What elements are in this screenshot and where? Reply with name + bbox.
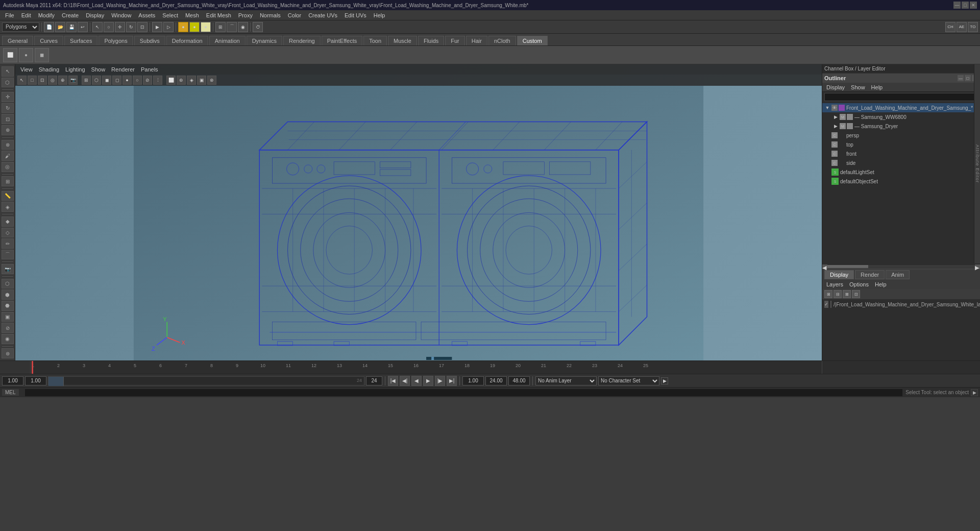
rb-tab-display[interactable]: Display xyxy=(824,270,854,279)
anim-layer-select[interactable]: No Anim Layer xyxy=(535,376,597,385)
icon-lt4[interactable]: ▣ xyxy=(2,312,14,322)
menu-proxy[interactable]: Proxy xyxy=(235,11,256,19)
menu-create-uvs[interactable]: Create UVs xyxy=(305,11,340,19)
pb-next-frame[interactable]: |▶ xyxy=(435,376,445,386)
sculpt-lt[interactable]: 🖌 xyxy=(2,151,14,161)
render-btn[interactable]: ▶ xyxy=(152,22,162,32)
layer-check-1[interactable]: ✓ xyxy=(824,301,828,308)
close-btn[interactable]: ✕ xyxy=(970,2,977,9)
vp-btn-14[interactable]: ⬜ xyxy=(166,76,176,85)
ol-expand-front[interactable] xyxy=(824,151,830,157)
ol-menu-display[interactable]: Display xyxy=(824,84,847,90)
vp-btn-3[interactable]: ⊡ xyxy=(38,76,47,85)
snap-point-btn[interactable]: ◉ xyxy=(238,22,248,32)
menu-edit[interactable]: Edit xyxy=(18,11,34,19)
select-tool-btn[interactable]: ↖ xyxy=(92,22,103,32)
ol-scrollbar-thumb[interactable] xyxy=(827,265,868,268)
pb-skip-start[interactable]: |◀ xyxy=(388,376,398,386)
scale-tool-btn[interactable]: ⊡ xyxy=(137,22,148,32)
icon-lt6[interactable]: ◉ xyxy=(2,334,14,344)
lasso-tool-btn[interactable]: ○ xyxy=(104,22,114,32)
ol-item-1[interactable]: ▶ M — Samsung_WW6800 xyxy=(822,112,980,122)
vp-menu-view[interactable]: View xyxy=(18,66,35,73)
minimize-btn[interactable]: — xyxy=(953,2,961,9)
move-tool-btn[interactable]: ✛ xyxy=(115,22,125,32)
char-set-select[interactable]: No Character Set xyxy=(598,376,659,385)
shelf-tab-general[interactable]: General xyxy=(2,36,33,45)
ol-vis-2[interactable]: M xyxy=(840,123,846,129)
menu-normals[interactable]: Normals xyxy=(257,11,284,19)
vp-btn-4[interactable]: ◎ xyxy=(48,76,57,85)
vp-btn-13[interactable]: ⋮ xyxy=(153,76,162,85)
ol-item-side[interactable]: C side xyxy=(822,158,980,167)
ol-expand-2[interactable]: ▶ xyxy=(832,123,839,129)
status-expand-btn[interactable]: ▶ xyxy=(971,389,978,396)
menu-window[interactable]: Window xyxy=(108,11,134,19)
shelf-tab-animation[interactable]: Animation xyxy=(209,36,246,45)
menu-file[interactable]: File xyxy=(2,11,17,19)
ol-expand-1[interactable]: ▶ xyxy=(832,114,839,120)
shelf-tab-surfaces[interactable]: Surfaces xyxy=(64,36,97,45)
vp-btn-12[interactable]: ⊘ xyxy=(143,76,152,85)
show-manip-lt[interactable]: ◎ xyxy=(2,162,14,172)
rbt-btn3[interactable]: ⊠ xyxy=(843,290,851,298)
ipr-btn[interactable]: ▷ xyxy=(163,22,174,32)
shelf-tab-hair[interactable]: Hair xyxy=(466,36,487,45)
rbt-btn1[interactable]: ⊞ xyxy=(824,290,832,298)
anim-ext-end-input[interactable] xyxy=(508,376,530,385)
shelf-tab-deformation[interactable]: Deformation xyxy=(166,36,208,45)
measure-lt[interactable]: 📏 xyxy=(2,191,14,201)
menu-display[interactable]: Display xyxy=(83,11,107,19)
rotate-tool-btn[interactable]: ↻ xyxy=(126,22,136,32)
vp-btn-5[interactable]: ⊕ xyxy=(58,76,67,85)
ol-item-top[interactable]: C top xyxy=(822,140,980,149)
menu-modify[interactable]: Modify xyxy=(35,11,58,19)
menu-create[interactable]: Create xyxy=(59,11,82,19)
icon-lt7[interactable]: ⊛ xyxy=(2,348,14,358)
shelf-icon-2[interactable]: ● xyxy=(19,48,33,62)
mode-select[interactable]: Polygons Surfaces Dynamics Rendering Ani… xyxy=(2,22,39,32)
pb-play-forward[interactable]: ▶ xyxy=(423,376,433,386)
menu-select[interactable]: Select xyxy=(159,11,181,19)
snap-together-lt[interactable]: ⊞ xyxy=(2,176,14,186)
playback-range-bar[interactable]: 24 xyxy=(48,376,364,385)
vp-menu-lighting[interactable]: Lighting xyxy=(63,66,87,73)
timeline-numbers[interactable]: 1 2 3 4 5 6 7 8 9 10 11 12 13 14 15 16 1… xyxy=(31,361,822,374)
anim-end-input[interactable] xyxy=(485,376,507,385)
ol-expand-objset[interactable] xyxy=(824,178,830,184)
vp-btn-6[interactable]: ⊞ xyxy=(82,76,91,85)
vp-btn-camera[interactable]: 📷 xyxy=(68,76,78,85)
rbt-btn2[interactable]: ⊟ xyxy=(834,290,842,298)
vp-menu-shading[interactable]: Shading xyxy=(37,66,61,73)
snap-curve-btn[interactable]: ⌒ xyxy=(227,22,237,32)
shelf-tab-custom[interactable]: Custom xyxy=(517,36,548,45)
shelf-tab-rendering[interactable]: Rendering xyxy=(283,36,321,45)
select-tool-lt[interactable]: ↖ xyxy=(2,66,14,77)
vp-btn-16[interactable]: ◈ xyxy=(187,76,196,85)
shelf-tab-polygons[interactable]: Polygons xyxy=(99,36,133,45)
shelf-tab-subdivs[interactable]: Subdivs xyxy=(134,36,165,45)
attr-btn[interactable]: AE xyxy=(957,22,967,32)
move-lt[interactable]: ✛ xyxy=(2,92,14,102)
shelf-tab-fluids[interactable]: Fluids xyxy=(418,36,444,45)
ol-expand-side[interactable] xyxy=(824,160,830,166)
shelf-tab-painteffects[interactable]: PaintEffects xyxy=(322,36,363,45)
rbt-btn4[interactable]: ⊡ xyxy=(852,290,860,298)
rb-tab-render[interactable]: Render xyxy=(855,270,885,279)
save-scene-btn[interactable]: 💾 xyxy=(66,22,77,32)
current-frame-input[interactable] xyxy=(25,376,46,385)
ol-expand-lightset[interactable] xyxy=(824,169,830,175)
vp-btn-9[interactable]: ◻ xyxy=(112,76,121,85)
arc-lt[interactable]: ⌒ xyxy=(2,250,14,260)
vp-menu-show[interactable]: Show xyxy=(89,66,108,73)
rb-menu-layers[interactable]: Layers xyxy=(824,281,845,287)
anim-start-input[interactable] xyxy=(462,376,484,385)
pb-skip-end[interactable]: ▶| xyxy=(447,376,457,386)
shelf-tab-dynamics[interactable]: Dynamics xyxy=(247,36,282,45)
vp-btn-18[interactable]: ⊗ xyxy=(207,76,216,85)
rb-tab-anim[interactable]: Anim xyxy=(886,270,910,279)
outliner-min-btn[interactable]: — xyxy=(958,75,964,81)
shelf-icon-1[interactable]: ⬜ xyxy=(3,48,17,62)
start-frame-input[interactable] xyxy=(2,376,23,385)
ol-item-objset[interactable]: S defaultObjectSet xyxy=(822,177,980,186)
